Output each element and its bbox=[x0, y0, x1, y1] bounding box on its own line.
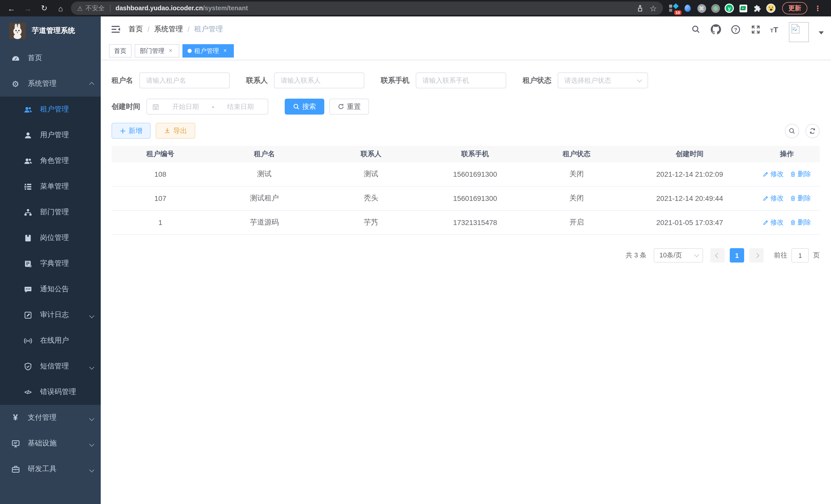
filter-label: 租户名 bbox=[112, 76, 133, 85]
chrome-update-button[interactable]: 更新 bbox=[782, 2, 807, 14]
sidebar-item-dict[interactable]: 字典管理 bbox=[0, 251, 101, 276]
sidebar-item-label: 系统管理 bbox=[28, 79, 57, 88]
next-page-button[interactable] bbox=[749, 248, 764, 263]
avatar[interactable] bbox=[789, 22, 809, 42]
date-end-placeholder: 结束日期 bbox=[218, 102, 263, 111]
cell-contact: 秃头 bbox=[320, 186, 423, 211]
add-button[interactable]: 新增 bbox=[112, 123, 150, 139]
sidebar-item-menu[interactable]: 菜单管理 bbox=[0, 174, 101, 199]
page-content: 租户名 联系人 联系手机 bbox=[101, 60, 831, 504]
command-extension-icon[interactable]: ⌘ bbox=[697, 4, 706, 13]
page-size-select[interactable]: 10条/页 bbox=[654, 248, 703, 263]
goto-label: 前往 bbox=[774, 251, 787, 260]
sidebar-item-error-code[interactable]: </> 错误码管理 bbox=[0, 379, 101, 405]
back-button[interactable]: ← bbox=[4, 2, 19, 15]
contact-input[interactable] bbox=[274, 72, 364, 88]
delete-link[interactable]: 删除 bbox=[790, 170, 811, 179]
chevron-down-icon bbox=[90, 465, 93, 473]
breadcrumb-home[interactable]: 首页 bbox=[128, 25, 143, 34]
font-size-icon[interactable]: TT bbox=[770, 25, 778, 33]
trash-icon bbox=[790, 219, 796, 226]
table-search-toggle-button[interactable] bbox=[785, 124, 799, 138]
column-header: 联系人 bbox=[320, 146, 423, 162]
header-search-icon[interactable] bbox=[690, 24, 701, 35]
address-bar[interactable]: ⚠ 不安全 dashboard.yudao.iocoder.cn/system/… bbox=[71, 2, 663, 15]
reload-button[interactable]: ↻ bbox=[37, 2, 51, 15]
chat-extension-icon[interactable] bbox=[739, 4, 748, 13]
tab-tenant[interactable]: 租户管理 × bbox=[182, 44, 234, 58]
tab-dept[interactable]: 部门管理 × bbox=[135, 44, 179, 58]
tags-view: 首页 部门管理 × 租户管理 × bbox=[101, 42, 831, 60]
sidebar-item-sms[interactable]: 短信管理 bbox=[0, 353, 101, 379]
sidebar-item-devtools[interactable]: 研发工具 bbox=[0, 456, 101, 482]
bookmark-star-icon[interactable]: ☆ bbox=[647, 2, 660, 15]
column-header: 操作 bbox=[754, 146, 820, 162]
tenant-name-input[interactable] bbox=[139, 72, 230, 88]
sidebar-logo-row[interactable]: 芋道管理系统 bbox=[0, 17, 101, 45]
sidebar-item-infra[interactable]: 基础设施 bbox=[0, 431, 101, 456]
cell-mobile: 17321315478 bbox=[423, 211, 528, 235]
hamburger-icon[interactable] bbox=[107, 20, 125, 38]
forward-button[interactable]: → bbox=[21, 2, 35, 15]
avatar-caret-icon[interactable] bbox=[819, 31, 824, 34]
sidebar-item-online-users[interactable]: 在线用户 bbox=[0, 328, 101, 353]
home-button[interactable]: ⌂ bbox=[53, 2, 68, 15]
sidebar-item-post[interactable]: 岗位管理 bbox=[0, 225, 101, 251]
tab-home[interactable]: 首页 bbox=[109, 44, 132, 58]
sidebar-item-audit-log[interactable]: 审计日志 bbox=[0, 302, 101, 328]
emoji-extension-icon[interactable] bbox=[766, 4, 775, 13]
sidebar: 芋道管理系统 首页 ⚙ 系统管理 租户管理 bbox=[0, 17, 101, 504]
prev-page-button[interactable] bbox=[710, 248, 725, 263]
mobile-input[interactable] bbox=[416, 72, 506, 88]
post-badge-icon bbox=[23, 233, 33, 243]
share-icon[interactable] bbox=[633, 2, 647, 15]
edit-link[interactable]: 修改 bbox=[763, 218, 784, 227]
chevron-down-icon bbox=[90, 311, 93, 319]
sidebar-item-label: 审计日志 bbox=[40, 310, 69, 320]
yuque-extension-icon[interactable]: y bbox=[725, 4, 734, 13]
sidebar-item-label: 角色管理 bbox=[40, 156, 69, 166]
search-button[interactable]: 搜索 bbox=[285, 99, 324, 115]
fullscreen-icon[interactable] bbox=[750, 24, 762, 35]
balloon-extension-icon[interactable] bbox=[683, 4, 692, 13]
sidebar-item-user[interactable]: 用户管理 bbox=[0, 122, 101, 148]
edit-link[interactable]: 修改 bbox=[763, 170, 784, 179]
status-select[interactable]: 请选择租户状态 bbox=[557, 72, 648, 88]
extension-badge-icon[interactable]: 10 bbox=[669, 4, 678, 13]
sidebar-item-home[interactable]: 首页 bbox=[0, 45, 101, 71]
puzzle-extensions-icon[interactable] bbox=[752, 4, 762, 13]
sidebar-item-label: 首页 bbox=[28, 53, 42, 63]
sidebar-item-dept[interactable]: 部门管理 bbox=[0, 199, 101, 225]
sidebar-item-tenant[interactable]: 租户管理 bbox=[0, 97, 101, 122]
filter-label: 联系手机 bbox=[381, 76, 409, 85]
contact-input-field[interactable] bbox=[281, 77, 358, 84]
date-range-picker[interactable]: 开始日期 - 结束日期 bbox=[146, 99, 268, 115]
browser-menu-icon[interactable]: ⋮ bbox=[812, 4, 823, 12]
mobile-input-field[interactable] bbox=[423, 77, 499, 84]
site-security[interactable]: ⚠ 不安全 bbox=[77, 4, 105, 12]
goto-page-input[interactable] bbox=[792, 248, 809, 263]
sidebar-item-label: 租户管理 bbox=[40, 105, 69, 114]
help-icon[interactable]: ? bbox=[730, 24, 741, 35]
breadcrumb-system[interactable]: 系统管理 bbox=[154, 25, 183, 34]
export-button[interactable]: 导出 bbox=[156, 123, 195, 139]
page-number-1[interactable]: 1 bbox=[730, 248, 744, 263]
menu-tree-icon bbox=[23, 181, 33, 191]
sidebar-item-role[interactable]: 角色管理 bbox=[0, 148, 101, 174]
edit-link[interactable]: 修改 bbox=[763, 194, 784, 203]
github-icon[interactable] bbox=[710, 24, 721, 35]
cell-created: 2021-12-14 21:02:09 bbox=[625, 162, 754, 186]
cell-mobile: 15601691300 bbox=[423, 186, 528, 211]
refresh-icon bbox=[809, 127, 816, 135]
table-refresh-button[interactable] bbox=[805, 124, 820, 138]
sidebar-item-notice[interactable]: 通知公告 bbox=[0, 276, 101, 302]
recorder-extension-icon[interactable] bbox=[711, 4, 720, 13]
sidebar-item-payment[interactable]: ¥ 支付管理 bbox=[0, 405, 101, 431]
delete-link[interactable]: 删除 bbox=[790, 218, 811, 227]
close-icon[interactable]: × bbox=[167, 47, 174, 55]
delete-link[interactable]: 删除 bbox=[790, 194, 811, 203]
close-icon[interactable]: × bbox=[222, 47, 229, 55]
sidebar-item-system[interactable]: ⚙ 系统管理 bbox=[0, 71, 101, 97]
reset-button[interactable]: 重置 bbox=[329, 99, 369, 115]
tenant-name-input-field[interactable] bbox=[146, 77, 223, 84]
